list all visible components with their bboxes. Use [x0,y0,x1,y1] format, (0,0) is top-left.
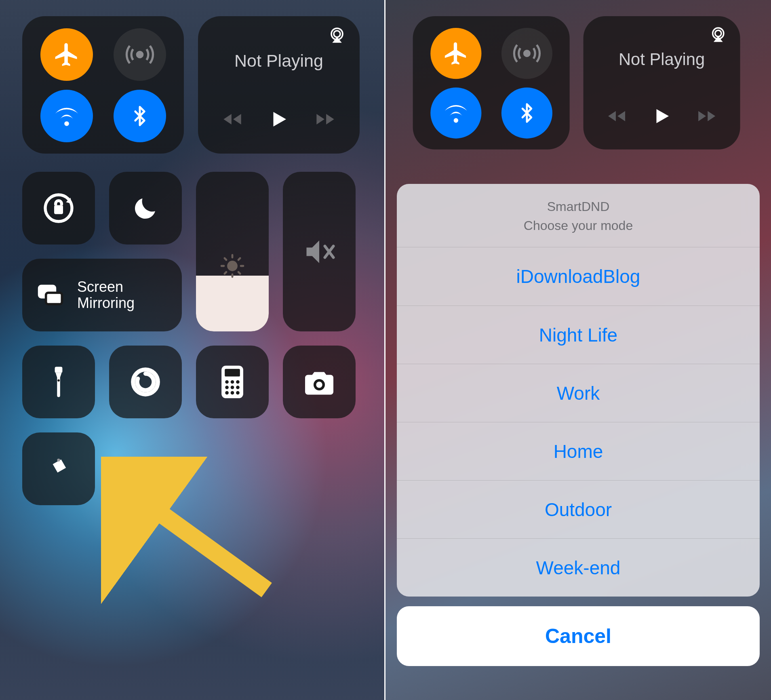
svg-rect-8 [55,367,63,373]
rewind-icon[interactable] [220,109,245,130]
brightness-fill [196,276,269,331]
svg-point-24 [57,459,60,462]
svg-point-7 [228,261,237,270]
svg-rect-4 [54,205,63,214]
smartdnd-button[interactable] [22,432,95,505]
screen-mirroring-label: Screen Mirroring [77,279,135,311]
airplane-icon [442,40,469,67]
svg-point-17 [231,386,234,389]
rewind-icon[interactable] [605,106,629,126]
timer-icon [129,365,162,398]
action-sheet-overlay: SmartDND Choose your mode iDownloadBlogN… [397,184,760,666]
bluetooth-icon [516,98,537,128]
wifi-icon [442,99,470,127]
svg-point-28 [715,30,722,37]
flashlight-icon [49,364,68,400]
svg-point-9 [57,379,60,382]
svg-point-2 [334,31,340,37]
connectivity-group[interactable] [22,16,184,154]
bluetooth-toggle[interactable] [114,90,166,142]
action-sheet-item[interactable]: Home [397,422,760,480]
svg-point-19 [225,391,229,395]
svg-point-14 [231,380,234,384]
do-not-disturb-toggle[interactable] [109,172,182,245]
brightness-icon [218,251,247,280]
media-controls [595,104,729,128]
screen-mirroring-icon [34,281,67,309]
middle-row: Screen Mirroring [22,172,362,331]
action-sheet-header: SmartDND Choose your mode [397,184,760,247]
forward-icon[interactable] [695,106,719,126]
svg-point-0 [137,52,142,57]
svg-point-18 [236,386,240,389]
action-sheet-item[interactable]: Week-end [397,538,760,597]
svg-rect-6 [46,293,62,304]
svg-point-13 [225,380,229,384]
media-title: Not Playing [595,50,729,69]
flashlight-button[interactable] [22,346,95,418]
control-center-right: Not Playing SmartDND Choose your mode iD… [386,0,771,700]
action-sheet-item[interactable]: iDownloadBlog [397,247,760,306]
calculator-icon [219,365,246,399]
media-group-right[interactable]: Not Playing [584,16,740,150]
svg-point-16 [225,386,229,389]
calculator-button[interactable] [196,346,269,418]
action-sheet-subtitle: Choose your mode [405,218,752,233]
wifi-toggle[interactable] [40,90,93,142]
col-a: Screen Mirroring [22,172,182,331]
airplay-icon[interactable] [709,25,728,44]
airplane-icon [53,41,80,68]
action-sheet-title: SmartDND [405,199,752,214]
timer-button[interactable] [109,346,182,418]
wifi-icon [53,102,81,130]
bluetooth-icon [129,101,151,131]
top-row-right: Not Playing [413,16,744,150]
svg-rect-12 [225,369,240,377]
screen-mirroring-button[interactable]: Screen Mirroring [22,259,182,331]
svg-point-21 [236,391,240,395]
action-sheet-item[interactable]: Night Life [397,306,760,364]
action-sheet-item[interactable]: Work [397,364,760,422]
play-icon[interactable] [651,104,672,128]
antenna-icon [511,38,543,69]
smartdnd-icon [47,457,70,481]
action-sheet: SmartDND Choose your mode iDownloadBlogN… [397,184,760,597]
bluetooth-toggle[interactable] [501,88,552,139]
svg-point-20 [231,391,234,395]
bottom-row [22,346,362,418]
action-sheet-item[interactable]: Outdoor [397,480,760,538]
action-sheet-cancel[interactable]: Cancel [397,606,760,666]
moon-icon [131,194,160,223]
airplay-icon[interactable] [327,26,347,45]
cellular-data-toggle[interactable] [114,28,166,81]
svg-point-26 [524,51,529,56]
airplane-mode-toggle[interactable] [40,28,93,81]
forward-icon[interactable] [313,109,338,130]
media-controls [210,107,348,131]
top-row: Not Playing [22,16,362,154]
svg-point-15 [236,380,240,384]
volume-slider[interactable] [283,172,356,331]
wifi-toggle[interactable] [430,88,481,139]
volume-mute-icon [302,235,336,269]
svg-point-23 [316,382,322,388]
camera-button[interactable] [283,346,356,418]
orientation-lock-toggle[interactable] [22,172,95,245]
rotation-lock-icon [41,190,76,226]
media-group[interactable]: Not Playing [198,16,360,154]
connectivity-group-right[interactable] [413,16,570,150]
airplane-mode-toggle[interactable] [430,28,481,79]
bottom-row-2 [22,432,362,505]
brightness-slider[interactable] [196,172,269,331]
cellular-data-toggle[interactable] [501,28,552,79]
control-center-left: Not Playing Screen Mirroring [0,0,386,700]
camera-icon [302,368,337,396]
media-title: Not Playing [210,51,348,71]
antenna-icon [124,38,156,71]
play-icon[interactable] [268,107,290,131]
